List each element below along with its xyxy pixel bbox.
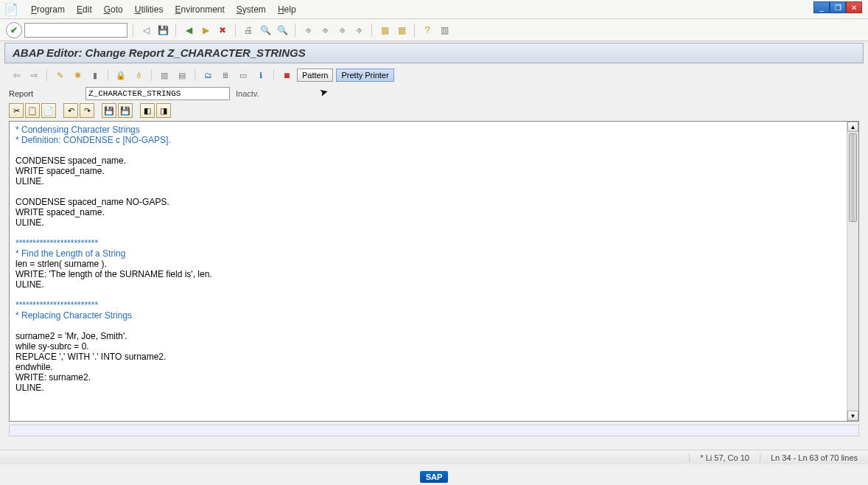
menu-utilities[interactable]: Utilities [129, 2, 169, 17]
scroll-up-icon[interactable]: ▲ [847, 122, 858, 132]
code-editor: * Condensing Character Strings* Definiti… [9, 121, 859, 422]
cut-icon[interactable]: ✂ [9, 103, 24, 118]
status-line-range: Ln 34 - Ln 63 of 70 lines [760, 453, 868, 462]
code-line[interactable]: ************************ [15, 300, 841, 310]
menu-system[interactable]: System [231, 2, 272, 17]
vertical-scrollbar[interactable]: ▲ ▼ [847, 122, 858, 421]
paste-icon[interactable]: 📄 [41, 103, 56, 118]
activate-icon[interactable]: ✺ [70, 68, 85, 83]
code-line[interactable] [15, 321, 841, 331]
window-close-button[interactable]: ✕ [846, 1, 862, 13]
toolbar-separator [175, 24, 176, 37]
code-line[interactable] [15, 290, 841, 300]
code-line[interactable]: * Replacing Character Strings [15, 310, 841, 321]
code-line[interactable]: while sy-subrc = 0. [15, 341, 841, 352]
pattern-button[interactable]: Pattern [297, 69, 333, 82]
title-bar: ABAP Editor: Change Report Z_CHARACTER_S… [4, 43, 864, 63]
report-name-input[interactable] [85, 87, 230, 100]
toolbar-separator [371, 24, 372, 37]
code-line[interactable]: WRITE spaced_name. [15, 166, 841, 176]
code-line[interactable]: ULINE. [15, 176, 841, 186]
code-line[interactable]: WRITE spaced_name. [15, 207, 841, 217]
save-as-icon[interactable]: 💾 [118, 103, 133, 118]
code-line[interactable]: ULINE. [15, 279, 841, 290]
scroll-thumb[interactable] [849, 133, 857, 222]
status-bar: * Li 57, Co 10 Ln 34 - Ln 63 of 70 lines [0, 450, 868, 464]
other-object-icon[interactable]: 🗂 [200, 68, 215, 83]
menu-goto[interactable]: Goto [98, 2, 129, 17]
toolbar-separator [133, 24, 133, 37]
code-line[interactable]: len = strlen( surname ). [15, 259, 841, 269]
first-page-icon[interactable]: ⎆ [301, 23, 315, 38]
horizontal-scrollbar[interactable] [9, 425, 859, 436]
new-session-icon[interactable]: ▦ [377, 23, 392, 38]
layout-menu-icon[interactable]: ▥ [437, 23, 452, 38]
prev-icon[interactable]: ⇦ [9, 68, 24, 83]
check-icon[interactable]: ✎ [52, 68, 67, 83]
print-icon[interactable]: 🖨 [241, 23, 256, 38]
code-line[interactable]: CONDENSE spaced_name. [15, 156, 841, 166]
redo-icon[interactable]: ↷ [80, 103, 94, 118]
code-line[interactable] [15, 228, 841, 238]
code-line[interactable]: * Find the Length of a String [15, 248, 841, 259]
code-line[interactable] [15, 186, 841, 197]
pretty-printer-button[interactable]: Pretty Printer [336, 69, 393, 82]
separator [46, 69, 47, 81]
last-page-icon[interactable]: ⎆ [351, 23, 366, 38]
code-line[interactable]: WRITE: 'The length of the SURNAME field … [15, 269, 841, 279]
code-line[interactable]: CONDENSE spaced_name NO-GAPS. [15, 197, 841, 207]
load-icon[interactable]: ◧ [140, 103, 155, 118]
help-icon[interactable]: ? [420, 23, 435, 38]
code-line[interactable]: WRITE: surname2. [15, 372, 841, 383]
enter-button[interactable]: ✔ [6, 22, 22, 38]
code-area[interactable]: * Condensing Character Strings* Definiti… [10, 122, 847, 421]
command-field[interactable] [24, 23, 127, 38]
code-line[interactable]: surname2 = 'Mr, Joe, Smith'. [15, 331, 841, 341]
breakpoint-icon[interactable]: ⏹ [279, 68, 294, 83]
code-line[interactable]: ************************ [15, 238, 841, 248]
code-line[interactable]: * Definition: CONDENSE c [NO-GAPS]. [15, 135, 841, 145]
code-line[interactable]: * Condensing Character Strings [15, 125, 841, 135]
report-label: Report [9, 89, 80, 98]
menu-edit[interactable]: Edit [71, 2, 98, 17]
application-toolbar: ⇦ ⇨ ✎ ✺ ▮ 🔒 🕯 ▥ ▤ 🗂 🗎 ▭ ℹ ⏹ Pattern Pret… [0, 65, 868, 86]
back-icon[interactable]: ◁ [139, 23, 153, 38]
display-list-icon[interactable]: ▤ [175, 68, 189, 83]
find-next-icon[interactable]: 🔍 [275, 23, 290, 38]
window-minimize-button[interactable]: _ [813, 1, 830, 13]
code-line[interactable]: endwhile. [15, 362, 841, 372]
fullscreen-icon[interactable]: ▭ [236, 68, 251, 83]
find-icon[interactable]: 🔍 [258, 23, 273, 38]
next-page-icon[interactable]: ⎆ [335, 23, 349, 38]
editor-toolbar: ✂ 📋 📄 ↶ ↷ 💾 💾 ◧ ◨ [0, 102, 868, 121]
menu-environment[interactable]: Environment [169, 2, 230, 17]
menu-help[interactable]: Help [272, 2, 302, 17]
nav-back-icon[interactable]: ◀ [181, 23, 196, 38]
object-list-icon[interactable]: 🕯 [131, 68, 146, 83]
window-maximize-button[interactable]: ❐ [830, 1, 846, 13]
next-icon[interactable]: ⇨ [27, 68, 41, 83]
enhance-icon[interactable]: 🗎 [218, 68, 233, 83]
shortcut-icon[interactable]: ▦ [394, 23, 409, 38]
code-line[interactable]: ULINE. [15, 383, 841, 393]
scroll-down-icon[interactable]: ▼ [847, 411, 858, 421]
direct-exec-icon[interactable]: ▮ [88, 68, 102, 83]
status-text: Inactv. [236, 89, 259, 98]
code-line[interactable]: ULINE. [15, 217, 841, 228]
cancel-icon[interactable]: ✖ [215, 23, 230, 38]
nav-exit-icon[interactable]: ▶ [198, 23, 213, 38]
info-icon[interactable]: ℹ [253, 68, 268, 83]
download-icon[interactable]: ◨ [156, 103, 171, 118]
save-local-icon[interactable]: 💾 [102, 103, 116, 118]
where-used-icon[interactable]: 🔒 [113, 68, 128, 83]
undo-icon[interactable]: ↶ [63, 103, 78, 118]
prev-page-icon[interactable]: ⎆ [318, 23, 332, 38]
copy-icon[interactable]: 📋 [25, 103, 40, 118]
code-line[interactable]: REPLACE ',' WITH '.' INTO surname2. [15, 352, 841, 362]
menu-file-icon[interactable]: 📄 [4, 3, 18, 16]
code-line[interactable] [15, 145, 841, 156]
menu-program[interactable]: Program [25, 2, 71, 17]
nav-stack-icon[interactable]: ▥ [157, 68, 172, 83]
save-icon[interactable]: 💾 [155, 23, 170, 38]
separator [108, 69, 108, 81]
